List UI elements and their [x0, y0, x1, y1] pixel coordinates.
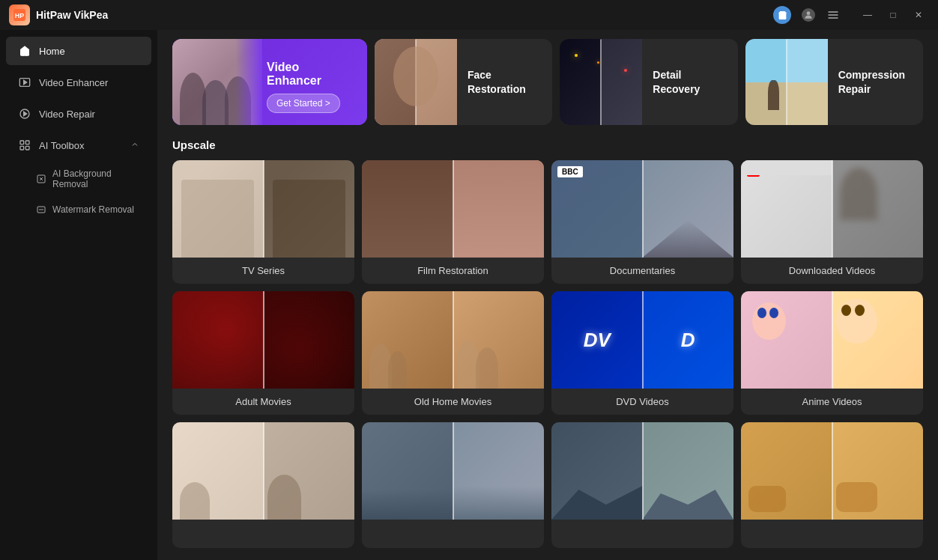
sidebar-video-enhancer-label: Video Enhancer	[39, 77, 108, 88]
film-restoration-thumbnail	[362, 160, 544, 258]
main-layout: Home Video Enhancer Video Repair	[0, 30, 938, 560]
documentaries-label: Documentaries	[551, 258, 733, 284]
maximize-button[interactable]: □	[883, 7, 904, 22]
tv-series-label: TV Series	[172, 258, 354, 284]
split-divider	[263, 291, 264, 389]
ai-toolbox-icon	[18, 139, 31, 152]
face-restoration-card[interactable]: Face Restoration	[375, 39, 552, 125]
video-repair-icon	[18, 107, 31, 121]
film-restoration-label: Film Restoration	[362, 258, 544, 284]
face-restoration-label: Face Restoration	[457, 61, 552, 103]
svg-rect-12	[25, 141, 29, 144]
cart-icon[interactable]	[773, 6, 791, 24]
upscale-section-title: Upscale	[172, 139, 923, 151]
sidebar: Home Video Enhancer Video Repair	[0, 30, 157, 560]
upscale-card-downloaded-videos[interactable]: ▶ Downloaded Videos	[741, 160, 923, 284]
minimize-button[interactable]: —	[857, 7, 878, 22]
sidebar-ai-toolbox-label: AI Toolbox	[39, 140, 84, 151]
anime-videos-label: Anime Videos	[741, 389, 923, 415]
sidebar-item-watermark-removal[interactable]: Watermark Removal	[27, 198, 151, 221]
svg-rect-13	[20, 146, 24, 150]
bg-removal-label: AI Background Removal	[52, 168, 142, 189]
upscale-card-bottom4[interactable]	[741, 422, 923, 548]
bottom4-thumbnail	[741, 422, 923, 520]
upscale-card-adult-movies[interactable]: Adult Movies	[172, 291, 354, 415]
downloaded-videos-thumbnail: ▶	[741, 160, 923, 258]
watermark-removal-icon	[36, 204, 46, 215]
upscale-card-film-restoration[interactable]: Film Restoration	[362, 160, 544, 284]
svg-rect-14	[25, 146, 29, 150]
sidebar-item-bg-removal[interactable]: AI Background Removal	[27, 162, 151, 195]
split-divider	[832, 291, 833, 389]
bottom4-label	[741, 520, 923, 548]
svg-point-3	[807, 11, 811, 15]
bottom2-thumbnail	[362, 422, 544, 520]
upscale-card-tv-series[interactable]: TV Series	[172, 160, 354, 284]
split-divider	[642, 160, 644, 258]
video-enhancer-card[interactable]: Video Enhancer Get Started >	[172, 39, 367, 125]
bbc-logo: BBC	[557, 166, 583, 177]
bottom2-label	[362, 520, 544, 548]
sidebar-item-video-repair[interactable]: Video Repair	[6, 100, 151, 128]
bg-removal-icon	[36, 174, 46, 184]
split-divider	[453, 160, 454, 258]
svg-rect-5	[828, 14, 838, 15]
upscale-card-bottom1[interactable]	[172, 422, 354, 548]
split-divider	[832, 422, 833, 520]
home-icon	[18, 44, 31, 58]
upscale-card-anime-videos[interactable]: Anime Videos	[741, 291, 923, 415]
sidebar-video-repair-label: Video Repair	[39, 109, 95, 120]
upscale-card-bottom3[interactable]	[551, 422, 733, 548]
documentaries-thumbnail: BBC	[551, 160, 733, 258]
feature-cards-row: Video Enhancer Get Started > Face Restor…	[172, 39, 923, 125]
split-divider	[832, 160, 833, 258]
app-title: HitPaw VikPea	[36, 9, 108, 21]
upscale-grid-row2: Adult Movies	[172, 291, 923, 415]
upscale-card-dvd-videos[interactable]: DV D DVD Videos	[551, 291, 733, 415]
anime-videos-thumbnail	[741, 291, 923, 389]
split-divider	[263, 160, 264, 258]
sidebar-item-ai-toolbox[interactable]: AI Toolbox	[6, 131, 151, 159]
upscale-grid-row1: TV Series Film Restoration	[172, 160, 923, 284]
window-controls: — □ ✕	[857, 7, 929, 22]
old-home-movies-thumbnail	[362, 291, 544, 389]
split-divider	[263, 422, 264, 520]
menu-icon[interactable]	[826, 7, 841, 22]
downloaded-videos-label: Downloaded Videos	[741, 258, 923, 284]
dvd-videos-thumbnail: DV D	[551, 291, 733, 389]
tv-series-thumbnail	[172, 160, 354, 258]
close-button[interactable]: ✕	[908, 7, 929, 22]
compression-repair-label: Compression Repair	[828, 61, 923, 103]
adult-movies-label: Adult Movies	[172, 389, 354, 415]
face-restoration-thumbnail	[375, 39, 457, 125]
upscale-card-documentaries[interactable]: BBC Documentaries	[551, 160, 733, 284]
sidebar-item-home[interactable]: Home	[6, 37, 151, 65]
upscale-card-bottom2[interactable]	[362, 422, 544, 548]
svg-marker-8	[24, 80, 27, 84]
detail-recovery-thumbnail	[560, 39, 642, 125]
chevron-up-icon	[130, 140, 139, 151]
compression-repair-card[interactable]: Compression Repair	[745, 39, 923, 125]
split-divider	[642, 422, 644, 520]
watermark-removal-label: Watermark Removal	[52, 204, 134, 215]
bottom1-label	[172, 520, 354, 548]
split-divider	[453, 422, 454, 520]
detail-recovery-label: Detail Recovery	[642, 61, 737, 103]
bottom3-thumbnail	[551, 422, 733, 520]
app-logo: HP	[9, 4, 30, 25]
video-enhancer-icon	[18, 76, 31, 89]
split-divider	[642, 291, 644, 389]
detail-recovery-card[interactable]: Detail Recovery	[560, 39, 737, 125]
old-home-movies-label: Old Home Movies	[362, 389, 544, 415]
compression-repair-thumbnail	[745, 39, 828, 125]
profile-icon[interactable]	[802, 8, 815, 22]
titlebar-right: — □ ✕	[773, 6, 929, 24]
svg-rect-6	[828, 17, 838, 18]
svg-text:HP: HP	[15, 12, 25, 19]
split-divider	[453, 291, 454, 389]
ai-toolbox-submenu: AI Background Removal Watermark Removal	[21, 162, 157, 222]
titlebar-left: HP HitPaw VikPea	[9, 4, 108, 25]
sidebar-item-video-enhancer[interactable]: Video Enhancer	[6, 68, 151, 97]
upscale-card-old-home-movies[interactable]: Old Home Movies	[362, 291, 544, 415]
get-started-button[interactable]: Get Started >	[267, 94, 340, 113]
